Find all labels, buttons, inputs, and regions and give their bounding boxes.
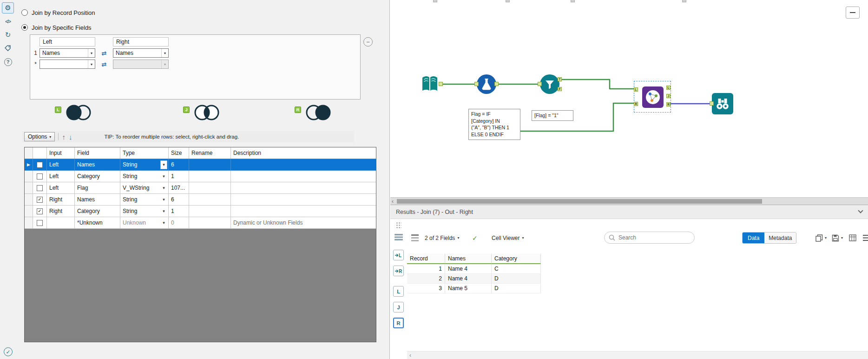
join-tool-selected[interactable]: L R L J R: [634, 81, 671, 113]
results-title-bar[interactable]: Results - Join (7) - Out - Right: [390, 205, 868, 219]
save-button[interactable]: ▾: [832, 232, 843, 244]
scroll-left-arrow[interactable]: ‹: [409, 352, 411, 359]
record-layout-button[interactable]: [411, 232, 419, 244]
left-field-select[interactable]: Names▾: [39, 48, 95, 58]
table-row[interactable]: Left Names String 6: [25, 159, 376, 171]
cell-rename[interactable]: [189, 182, 231, 194]
fields-dropdown[interactable]: 2 of 2 Fields ▾: [425, 232, 459, 244]
row-selector[interactable]: [25, 182, 33, 194]
cell-description[interactable]: [231, 182, 376, 194]
cell-category[interactable]: C: [492, 264, 541, 274]
right-field-select[interactable]: Names▾: [113, 48, 169, 58]
help-tab[interactable]: ?: [2, 56, 14, 67]
cell-rename[interactable]: [189, 171, 231, 182]
left-field-select[interactable]: ▾: [39, 60, 95, 69]
table-row[interactable]: 1 Name 4 C: [407, 264, 541, 274]
search-box[interactable]: [604, 232, 695, 244]
cell-category[interactable]: D: [492, 284, 541, 293]
cell-description[interactable]: [231, 159, 376, 171]
scrollbar-thumb[interactable]: [397, 199, 762, 204]
table-row[interactable]: 2 Name 4 D: [407, 274, 541, 284]
filter-tool[interactable]: T F: [540, 74, 559, 94]
table-row[interactable]: Left Category String 1: [25, 171, 376, 182]
filter-annotation[interactable]: [Flag] = "1": [532, 110, 573, 121]
row-checkbox[interactable]: [37, 173, 43, 180]
row-checkbox[interactable]: [37, 185, 43, 191]
results-horizontal-scrollbar[interactable]: ‹: [407, 351, 868, 359]
cell-names[interactable]: Name 4: [445, 264, 492, 274]
copy-button[interactable]: ▾: [815, 232, 827, 244]
input-anchor[interactable]: [474, 82, 479, 86]
scroll-left-arrow[interactable]: ‹: [392, 198, 394, 205]
collapse-section-button[interactable]: −: [363, 37, 373, 47]
type-dropdown[interactable]: [160, 160, 167, 169]
cell-rename[interactable]: [189, 217, 231, 229]
radio-join-by-fields[interactable]: Join by Specific Fields: [21, 23, 92, 32]
left-output-anchor[interactable]: L: [666, 86, 671, 90]
table-row[interactable]: 3 Name 5 D: [407, 284, 541, 293]
tab-input-right[interactable]: R: [393, 266, 404, 276]
true-output-anchor[interactable]: T: [558, 77, 562, 81]
cell-rename[interactable]: [189, 159, 231, 171]
cell-category[interactable]: D: [492, 274, 541, 284]
workflow-canvas[interactable]: T F L R L J R Flag = IF [Cat: [390, 0, 868, 197]
type-dropdown[interactable]: [160, 195, 167, 204]
cell-rename[interactable]: [189, 194, 231, 206]
drag-grip-icon[interactable]: [396, 222, 401, 229]
chevron-down-icon[interactable]: ▾: [161, 49, 168, 57]
tab-output-left[interactable]: L: [393, 286, 404, 297]
type-dropdown[interactable]: [160, 184, 167, 193]
row-checkbox[interactable]: [37, 162, 43, 168]
cell-names[interactable]: Name 4: [445, 274, 492, 284]
type-dropdown[interactable]: [160, 219, 167, 227]
table-row[interactable]: Right Category String 1: [25, 206, 376, 217]
col-header-category[interactable]: Category: [492, 254, 541, 264]
row-selector[interactable]: [25, 217, 33, 229]
left-input-anchor[interactable]: L: [634, 87, 638, 92]
chevron-down-icon[interactable]: ▾: [88, 60, 95, 68]
input-data-tool[interactable]: [419, 73, 441, 95]
row-selector[interactable]: [25, 171, 33, 182]
table-row[interactable]: Left Flag V_WString 107...: [25, 182, 376, 194]
new-window-button[interactable]: [849, 232, 857, 244]
row-checkbox[interactable]: [37, 197, 43, 203]
chevron-down-icon[interactable]: [858, 208, 863, 213]
tab-output-right[interactable]: R: [393, 318, 404, 328]
tab-input-left[interactable]: L: [393, 250, 404, 260]
cell-rename[interactable]: [189, 206, 231, 217]
data-tab[interactable]: Data: [743, 233, 764, 243]
table-row[interactable]: *Unknown Unknown 0 Dynamic or Unknown Fi…: [25, 217, 376, 229]
tab-output-join[interactable]: J: [393, 302, 404, 312]
layout-button[interactable]: [395, 233, 403, 242]
table-row[interactable]: Right Names String 6: [25, 194, 376, 206]
tag-tab[interactable]: [2, 43, 14, 54]
cell-description[interactable]: [231, 194, 376, 206]
input-anchor[interactable]: [710, 101, 714, 106]
options-button[interactable]: Options ▾: [24, 132, 55, 141]
cell-description[interactable]: [231, 171, 376, 182]
row-checkbox[interactable]: [37, 220, 43, 226]
canvas-horizontal-scrollbar[interactable]: ‹: [390, 197, 868, 205]
settings-tab[interactable]: ⚙: [2, 2, 14, 13]
cell-viewer-dropdown[interactable]: Cell Viewer ▾: [492, 232, 524, 244]
type-dropdown[interactable]: [160, 172, 167, 181]
formula-tool[interactable]: [477, 74, 496, 94]
cell-description[interactable]: [231, 206, 376, 217]
radio-join-by-position[interactable]: Join by Record Position: [21, 8, 95, 17]
search-input[interactable]: [604, 232, 695, 244]
col-header-names[interactable]: Names: [445, 254, 492, 264]
output-anchor[interactable]: [439, 82, 443, 86]
row-selector[interactable]: [25, 206, 33, 217]
input-anchor[interactable]: [538, 82, 542, 86]
row-checkbox[interactable]: [37, 208, 43, 214]
move-down-button[interactable]: ↓: [69, 133, 72, 140]
col-header-record[interactable]: Record: [407, 254, 445, 264]
false-output-anchor[interactable]: F: [558, 87, 562, 91]
browse-tool[interactable]: [712, 93, 733, 114]
type-dropdown[interactable]: [160, 207, 167, 216]
join-tool[interactable]: [642, 86, 664, 108]
output-anchor[interactable]: [494, 82, 499, 86]
right-output-anchor[interactable]: R: [666, 102, 671, 106]
row-selector[interactable]: [25, 159, 33, 171]
formula-annotation[interactable]: Flag = IF [Category] IN ("A", "B") THEN …: [468, 109, 520, 140]
